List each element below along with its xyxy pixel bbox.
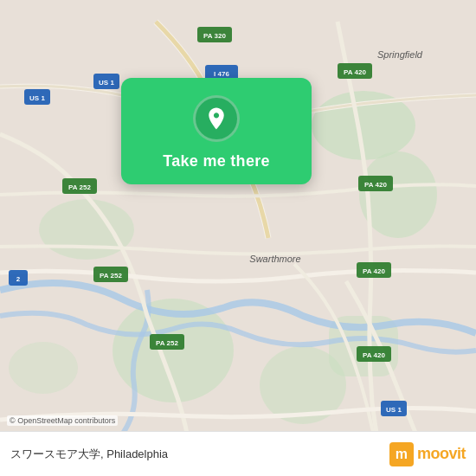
svg-text:2: 2	[16, 275, 21, 283]
svg-text:I 476: I 476	[214, 70, 229, 78]
svg-text:Swarthmore: Swarthmore	[249, 254, 300, 264]
svg-text:PA 320: PA 320	[203, 32, 226, 40]
svg-point-6	[9, 342, 78, 394]
svg-text:PA 420: PA 420	[363, 267, 385, 275]
svg-text:US 1: US 1	[99, 79, 114, 87]
svg-text:US 1: US 1	[29, 94, 45, 102]
map-background: US 1 US 1 PA 320 I 476 PA 420 PA 420 PA …	[0, 0, 476, 476]
location-name: スワースモア大学, Philadelphia	[10, 447, 168, 462]
svg-text:US 1: US 1	[386, 406, 402, 414]
svg-text:PA 252: PA 252	[100, 272, 122, 280]
svg-text:PA 252: PA 252	[156, 339, 178, 347]
location-pin-icon	[193, 95, 240, 142]
map-container: US 1 US 1 PA 320 I 476 PA 420 PA 420 PA …	[0, 0, 476, 476]
take-me-there-label: Take me there	[163, 152, 270, 170]
location-card[interactable]: Take me there	[121, 78, 312, 184]
svg-text:PA 252: PA 252	[68, 183, 91, 191]
svg-point-3	[39, 199, 134, 260]
moovit-m-icon: m	[389, 442, 414, 466]
copyright-text: © OpenStreetMap contributors	[7, 415, 118, 426]
svg-text:PA 420: PA 420	[363, 351, 385, 359]
svg-text:PA 420: PA 420	[364, 181, 387, 189]
moovit-logo-text: moovit	[417, 445, 466, 463]
bottom-bar: スワースモア大学, Philadelphia m moovit	[0, 431, 476, 476]
svg-text:Springfield: Springfield	[377, 49, 423, 60]
svg-text:PA 420: PA 420	[344, 68, 366, 76]
moovit-logo: m moovit	[389, 442, 466, 466]
